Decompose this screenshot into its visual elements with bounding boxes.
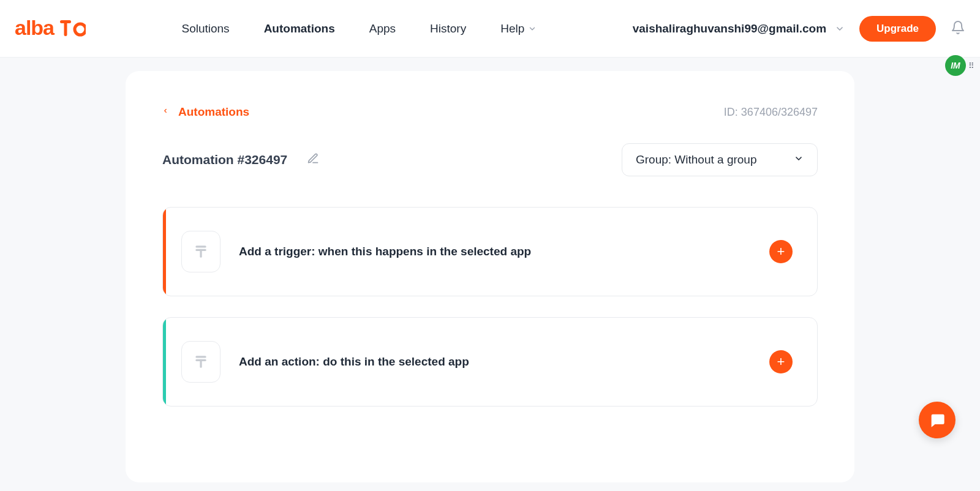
nav-help[interactable]: Help: [500, 22, 537, 36]
svg-rect-2: [64, 20, 67, 36]
action-step-text: Add an action: do this in the selected a…: [239, 355, 751, 369]
extension-badge[interactable]: IM: [945, 55, 966, 76]
group-select-label: Group: Without a group: [636, 153, 757, 167]
side-widget[interactable]: IM ⠿: [945, 55, 975, 76]
user-block: vaishaliraghuvanshi99@gmail.com Upgrade: [633, 16, 965, 42]
plus-icon: +: [777, 245, 785, 258]
nav-automations[interactable]: Automations: [264, 22, 335, 36]
action-placeholder-icon: [181, 341, 221, 383]
notifications-icon[interactable]: [951, 20, 965, 37]
group-select[interactable]: Group: Without a group: [622, 143, 818, 176]
chat-widget[interactable]: [919, 402, 956, 438]
edit-title-icon[interactable]: [307, 152, 319, 168]
nav-history[interactable]: History: [430, 22, 466, 36]
drag-handle-icon[interactable]: ⠿: [968, 62, 975, 70]
breadcrumb-label: Automations: [178, 105, 249, 119]
plus-icon: +: [777, 355, 785, 369]
header: alba Solutions Automations Apps History …: [0, 0, 980, 58]
user-email-text: vaishaliraghuvanshi99@gmail.com: [633, 22, 826, 36]
nav-help-label: Help: [500, 22, 524, 36]
chevron-down-icon: [528, 24, 537, 33]
svg-point-3: [75, 24, 86, 35]
chevron-down-icon: [835, 24, 845, 34]
add-trigger-button[interactable]: +: [769, 240, 793, 263]
action-step-card[interactable]: Add an action: do this in the selected a…: [162, 317, 818, 407]
add-action-button[interactable]: +: [769, 350, 793, 373]
user-menu[interactable]: vaishaliraghuvanshi99@gmail.com: [633, 22, 845, 36]
automation-title: Automation #326497: [162, 152, 287, 167]
automation-title-block: Automation #326497: [162, 152, 319, 168]
trigger-step-text: Add a trigger: when this happens in the …: [239, 245, 751, 258]
svg-rect-6: [200, 249, 202, 258]
svg-rect-4: [195, 246, 206, 247]
chevron-left-icon: [162, 105, 168, 119]
svg-text:alba: alba: [15, 18, 55, 39]
page-id: ID: 367406/326497: [724, 106, 818, 119]
trigger-step-card[interactable]: Add a trigger: when this happens in the …: [162, 207, 818, 296]
svg-rect-9: [200, 359, 202, 368]
nav-solutions[interactable]: Solutions: [181, 22, 229, 36]
upgrade-button[interactable]: Upgrade: [859, 16, 936, 42]
main-nav: Solutions Automations Apps History Help: [86, 22, 633, 36]
breadcrumb-back[interactable]: Automations: [162, 105, 249, 119]
chevron-down-icon: [794, 153, 804, 167]
svg-rect-7: [195, 356, 206, 358]
brand-logo[interactable]: alba: [15, 18, 86, 39]
main-panel: Automations ID: 367406/326497 Automation…: [126, 71, 854, 482]
nav-apps[interactable]: Apps: [369, 22, 396, 36]
trigger-placeholder-icon: [181, 231, 221, 272]
